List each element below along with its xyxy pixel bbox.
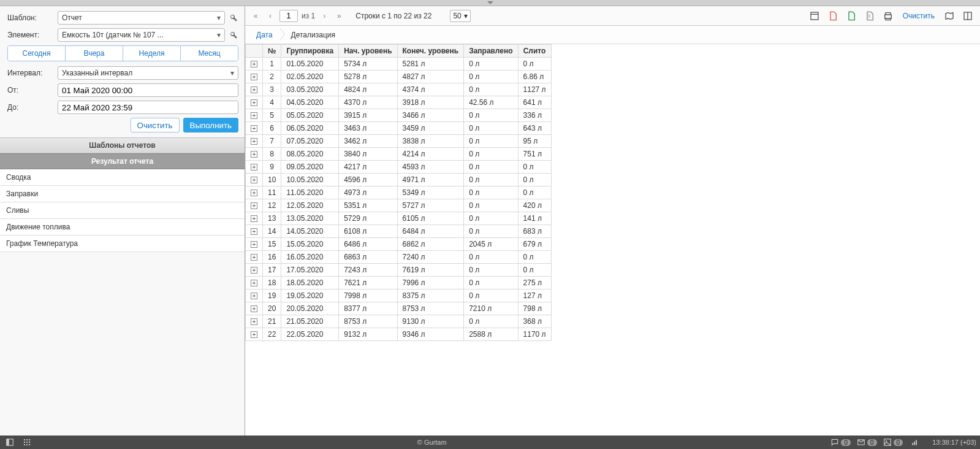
table-cell: 4973 л — [339, 186, 397, 199]
table-cell: 0 л — [518, 174, 551, 186]
table-cell: 7996 л — [397, 277, 464, 290]
expand-row-button[interactable]: + — [246, 225, 263, 238]
table-row: +505.05.20203915 л3466 л0 л336 л — [246, 109, 552, 122]
table-cell: 2045 л — [464, 238, 518, 251]
breadcrumb-date[interactable]: Дата — [245, 26, 280, 44]
nav-first-icon[interactable]: « — [250, 10, 261, 21]
footer-notifications-icon[interactable]: 0 — [830, 438, 851, 447]
label-template: Шаблон: — [7, 13, 58, 22]
table-header[interactable]: Конеч. уровень — [397, 45, 464, 58]
table-cell: 10 — [263, 174, 281, 186]
expand-row-button[interactable]: + — [246, 302, 263, 315]
table-cell: 336 л — [518, 109, 551, 122]
table-row: +1717.05.20207243 л7619 л0 л0 л — [246, 264, 552, 277]
date-from-input[interactable] — [58, 83, 238, 97]
table-header[interactable]: Нач. уровень — [339, 45, 397, 58]
result-item[interactable]: Движение топлива — [0, 219, 245, 236]
interval-select[interactable]: Указанный интервал ▾ — [58, 66, 238, 80]
expand-row-button[interactable]: + — [246, 148, 263, 161]
expand-row-button[interactable]: + — [246, 71, 263, 83]
table-cell: 9130 л — [397, 315, 464, 328]
expand-row-button[interactable]: + — [246, 161, 263, 174]
svg-point-4 — [24, 439, 25, 440]
footer-mail-icon[interactable]: 0 — [857, 438, 877, 447]
expand-row-button[interactable]: + — [246, 277, 263, 290]
nav-next-icon[interactable]: › — [319, 10, 330, 21]
table-cell: 751 л — [518, 148, 551, 161]
expand-row-button[interactable]: + — [246, 264, 263, 277]
table-header[interactable]: Заправлено — [464, 45, 518, 58]
table-row: +606.05.20203463 л3459 л0 л643 л — [246, 122, 552, 135]
footer-apps-icon[interactable] — [21, 437, 33, 447]
nav-prev-icon[interactable]: ‹ — [265, 10, 276, 21]
section-result-header[interactable]: Результат отчета — [0, 153, 245, 169]
wrench-icon[interactable] — [229, 13, 238, 23]
expand-row-button[interactable]: + — [246, 251, 263, 264]
table-cell: 05.05.2020 — [281, 109, 339, 122]
table-header[interactable]: № — [263, 45, 281, 58]
table-header[interactable]: Группировка — [281, 45, 339, 58]
page-number-input[interactable] — [279, 10, 298, 22]
table-cell: 1 — [263, 58, 281, 71]
range-yesterday-button[interactable]: Вчера — [66, 46, 123, 61]
expand-row-button[interactable]: + — [246, 83, 263, 96]
page-size-select[interactable]: 50 ▾ — [450, 10, 470, 22]
range-today-button[interactable]: Сегодня — [8, 46, 66, 61]
table-header[interactable]: Слито — [518, 45, 551, 58]
print-icon[interactable] — [881, 9, 895, 23]
table-cell: 95 л — [518, 135, 551, 148]
footer-image-icon[interactable]: 0 — [883, 438, 903, 447]
table-cell: 7210 л — [464, 302, 518, 315]
expand-row-button[interactable]: + — [246, 122, 263, 135]
element-select[interactable]: Емкость 10т (датчик № 107 ... ▾ — [58, 28, 225, 42]
clear-button[interactable]: Очистить — [131, 118, 180, 132]
table-cell: 368 л — [518, 315, 551, 328]
table-cell: 01.05.2020 — [281, 58, 339, 71]
date-to-input[interactable] — [58, 101, 238, 114]
wrench-icon[interactable] — [229, 30, 238, 40]
expand-row-button[interactable]: + — [246, 199, 263, 212]
footer-panel-toggle-icon[interactable] — [4, 437, 16, 447]
layout-toggle-icon[interactable] — [960, 9, 975, 23]
table-cell: 3 — [263, 83, 281, 96]
expand-row-button[interactable]: + — [246, 174, 263, 186]
interval-value: Указанный интервал — [62, 69, 132, 77]
table-cell: 02.05.2020 — [281, 71, 339, 83]
expand-row-button[interactable]: + — [246, 328, 263, 341]
result-item[interactable]: График Температура — [0, 236, 245, 252]
table-cell: 19.05.2020 — [281, 290, 339, 302]
result-item[interactable]: Сливы — [0, 202, 245, 219]
expand-row-button[interactable]: + — [246, 212, 263, 225]
execute-button[interactable]: Выполнить — [183, 118, 238, 132]
expand-row-button[interactable]: + — [246, 96, 263, 109]
table-cell: 42.56 л — [464, 96, 518, 109]
map-icon[interactable] — [942, 9, 957, 23]
nav-last-icon[interactable]: » — [333, 10, 344, 21]
table-cell: 0 л — [518, 251, 551, 264]
expand-row-button[interactable]: + — [246, 238, 263, 251]
clear-report-link[interactable]: Очистить — [899, 12, 938, 20]
table-cell: 09.05.2020 — [281, 161, 339, 174]
footer-signal-icon[interactable] — [909, 437, 921, 447]
section-templates-header[interactable]: Шаблоны отчетов — [0, 137, 245, 153]
expand-row-button[interactable]: + — [246, 290, 263, 302]
range-month-button[interactable]: Месяц — [181, 46, 238, 61]
result-item[interactable]: Сводка — [0, 169, 245, 186]
export-excel-icon[interactable] — [844, 9, 859, 23]
expand-row-button[interactable]: + — [246, 135, 263, 148]
expand-row-button[interactable]: + — [246, 58, 263, 71]
table-row: +1212.05.20205351 л5727 л0 л420 л — [246, 199, 552, 212]
export-file-icon[interactable] — [862, 9, 877, 23]
table-row: +1515.05.20206486 л6862 л2045 л679 л — [246, 238, 552, 251]
export-html-icon[interactable] — [807, 9, 822, 23]
range-week-button[interactable]: Неделя — [123, 46, 181, 61]
top-collapse-handle[interactable] — [0, 0, 980, 6]
export-pdf-icon[interactable] — [826, 9, 840, 23]
expand-row-button[interactable]: + — [246, 315, 263, 328]
expand-row-button[interactable]: + — [246, 109, 263, 122]
expand-row-button[interactable]: + — [246, 186, 263, 199]
result-item[interactable]: Заправки — [0, 186, 245, 202]
template-select[interactable]: Отчет ▾ — [58, 11, 225, 25]
table-cell: 6 — [263, 122, 281, 135]
table-cell: 4824 л — [339, 83, 397, 96]
